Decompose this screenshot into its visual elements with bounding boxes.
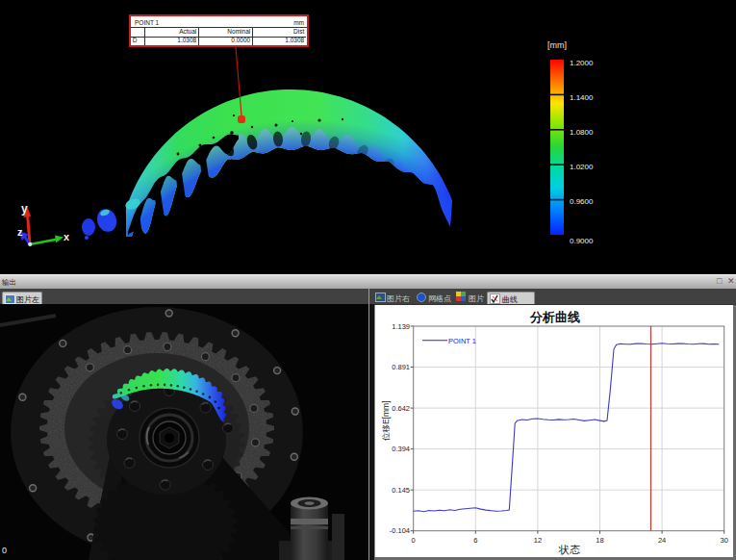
svg-text:1.2000: 1.2000 xyxy=(570,59,594,67)
svg-text:z: z xyxy=(17,226,23,238)
svg-text:[mm]: [mm] xyxy=(547,40,567,50)
svg-text:y: y xyxy=(21,202,28,216)
svg-text:1.0800: 1.0800 xyxy=(570,128,594,137)
svg-text:x: x xyxy=(63,231,70,242)
svg-text:0: 0 xyxy=(2,546,7,555)
svg-text:0.9600: 0.9600 xyxy=(570,197,594,206)
svg-text:1.0200: 1.0200 xyxy=(570,163,594,171)
svg-text:0.9000: 0.9000 xyxy=(570,237,594,245)
svg-text:1.1400: 1.1400 xyxy=(570,93,594,102)
